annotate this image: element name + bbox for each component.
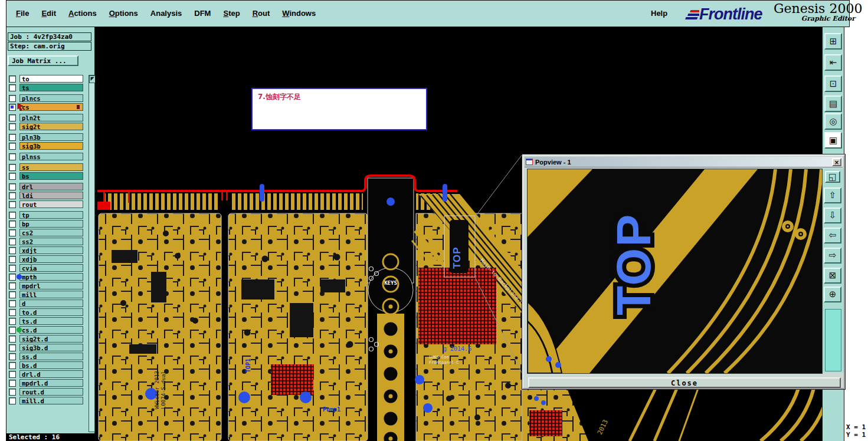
menu-edit[interactable]: Edit <box>41 9 56 18</box>
layer-label[interactable]: d <box>19 300 83 307</box>
layer-checkbox[interactable] <box>9 84 16 91</box>
layer-checkbox[interactable] <box>9 143 16 150</box>
layer-label[interactable]: drl <box>19 183 83 190</box>
menu-file[interactable]: File <box>16 9 29 18</box>
layer-label[interactable]: drl.d <box>19 370 83 378</box>
layer-checkbox[interactable] <box>9 353 16 360</box>
popview-button-pan-right[interactable]: ⇨ <box>824 248 841 264</box>
layer-checkbox[interactable] <box>9 229 16 236</box>
layer-label[interactable]: ss.d <box>19 353 83 360</box>
layer-row-cvia[interactable]: cvia <box>9 264 88 272</box>
layer-label[interactable]: mill.d <box>19 397 83 404</box>
toolbar-button-exit[interactable]: ⇤ <box>824 54 842 71</box>
layer-label[interactable]: ts.d <box>19 317 83 325</box>
layer-label[interactable]: cs.d <box>19 326 83 334</box>
layer-label[interactable]: pln2t <box>19 114 83 121</box>
menu-actions[interactable]: Actions <box>68 9 97 18</box>
layer-row-pln2t[interactable]: pln2t <box>9 114 88 121</box>
layer-label[interactable]: mill <box>19 291 83 298</box>
popview-button-pan-left[interactable]: ⇦ <box>824 228 841 243</box>
layer-label[interactable]: bs.d <box>19 361 83 369</box>
layer-row-cs-d[interactable]: cs.d <box>9 326 88 334</box>
layer-label[interactable]: cs2 <box>19 229 83 236</box>
layer-label[interactable]: sig3b.d <box>19 344 83 351</box>
layer-checkbox[interactable] <box>9 362 16 369</box>
menu-step[interactable]: Step <box>223 9 240 18</box>
popview-button-zoom-window[interactable]: ⊠ <box>824 268 841 284</box>
layer-row-to-d[interactable]: to.d <box>9 308 88 316</box>
popview-close-button[interactable]: Close <box>528 377 841 388</box>
layer-row-sig2t-d[interactable]: sig2t.d <box>9 335 88 343</box>
layer-checkbox[interactable] <box>9 397 16 404</box>
popview-button-pan-down[interactable]: ⇩ <box>824 208 841 223</box>
layer-checkbox[interactable] <box>9 274 16 281</box>
layer-checkbox[interactable] <box>9 291 16 298</box>
menu-help[interactable]: Help <box>651 9 667 18</box>
layer-checkbox[interactable] <box>9 164 16 171</box>
layer-checkbox[interactable] <box>9 282 16 289</box>
layer-label[interactable]: bs <box>19 172 83 180</box>
layer-row-mpth[interactable]: mpth <box>9 273 88 281</box>
popview-window[interactable]: Popview - 1 × <box>522 154 845 389</box>
layer-checkbox[interactable] <box>9 123 16 130</box>
layer-label[interactable]: xdjt <box>19 246 83 254</box>
layer-label[interactable]: sig2t.d <box>19 335 83 343</box>
popview-image[interactable]: TOP <box>527 169 823 374</box>
layer-row-drl[interactable]: drl <box>9 183 88 190</box>
layer-checkbox[interactable] <box>9 389 16 396</box>
layer-row-plnss[interactable]: plnss <box>9 153 88 160</box>
layer-label[interactable]: sig3b <box>19 142 83 150</box>
layer-row-xdjt[interactable]: xdjt <box>9 246 88 254</box>
layer-row-xdjb[interactable]: xdjb <box>9 255 88 263</box>
job-matrix-button[interactable]: Job Matrix ... <box>8 55 78 66</box>
layer-checkbox[interactable] <box>9 318 16 325</box>
layer-row-sig2t[interactable]: sig2t <box>9 123 88 130</box>
layer-checkbox[interactable] <box>9 300 16 307</box>
layer-checkbox[interactable] <box>9 344 16 351</box>
layer-label[interactable]: sig2t <box>19 123 83 130</box>
layer-row-rout-d[interactable]: rout.d <box>9 388 88 396</box>
toolbar-button-zoom-extents[interactable]: ⊡ <box>824 75 842 92</box>
menu-dfm[interactable]: DFM <box>194 9 211 18</box>
layer-row-ss2[interactable]: ss2 <box>9 238 88 245</box>
layer-label[interactable]: ss <box>19 163 83 171</box>
layer-checkbox[interactable] <box>9 173 16 180</box>
layer-checkbox[interactable] <box>9 192 16 199</box>
layer-list-scrollbar[interactable]: ◤ <box>89 75 95 432</box>
layer-label[interactable]: mpdrl <box>19 282 83 289</box>
layer-row-rout[interactable]: rout <box>9 200 88 208</box>
layer-row-plncs[interactable]: plncs <box>9 94 88 102</box>
layer-label[interactable]: ts <box>19 84 83 91</box>
layer-checkbox[interactable] <box>9 335 16 343</box>
layer-label[interactable]: rout <box>19 200 83 208</box>
layer-row-ts-d[interactable]: ts.d <box>9 317 88 325</box>
layer-row-ldi[interactable]: ldi <box>9 192 88 199</box>
layer-row-ss[interactable]: ss <box>9 163 88 171</box>
toolbar-button-layers[interactable]: ▤ <box>824 96 842 112</box>
popview-button-popout[interactable]: ◱ <box>825 171 840 183</box>
layer-row-pln3b[interactable]: pln3b <box>9 133 88 141</box>
layer-row-bp[interactable]: bp <box>9 220 88 228</box>
layer-label[interactable]: rout.d <box>19 388 83 396</box>
toolbar-button-screen[interactable]: ⊞ <box>824 33 842 50</box>
menu-analysis[interactable]: Analysis <box>150 9 182 18</box>
layer-checkbox[interactable] <box>9 75 16 83</box>
layer-row-sig3b[interactable]: sig3b <box>9 142 88 150</box>
layer-label[interactable]: cvia <box>19 264 83 272</box>
layer-checkbox[interactable] <box>9 153 16 160</box>
layer-label[interactable]: pln3b <box>19 133 83 141</box>
layer-row-ts[interactable]: ts <box>9 84 88 91</box>
layer-checkbox[interactable] <box>9 247 16 254</box>
layer-label[interactable]: ldi <box>19 192 83 199</box>
layer-row-sig3b-d[interactable]: sig3b.d <box>9 344 88 351</box>
layer-label[interactable]: ss2 <box>19 238 83 245</box>
menu-rout[interactable]: Rout <box>253 9 270 18</box>
layer-checkbox[interactable] <box>9 327 16 334</box>
toolbar-button-active-point[interactable]: ▣ <box>824 132 842 149</box>
layer-checkbox[interactable] <box>9 238 16 245</box>
layer-label[interactable]: xdjb <box>19 255 83 263</box>
layer-checkbox[interactable] <box>9 309 16 316</box>
layer-checkbox[interactable] <box>9 220 16 228</box>
layer-checkbox[interactable] <box>9 95 16 102</box>
layer-row-mill[interactable]: mill <box>9 291 88 298</box>
